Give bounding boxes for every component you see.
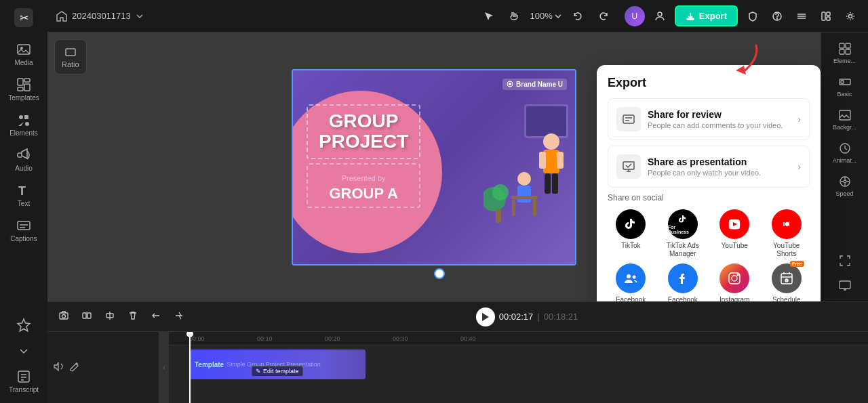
timeline-clip[interactable]: Template Simple Group Project Presentati… bbox=[189, 349, 366, 379]
cursor-tool-btn[interactable] bbox=[479, 6, 499, 26]
slide-canvas: Brand Name U GROUP PROJECT Presented by … bbox=[292, 69, 576, 266]
volume-btn[interactable] bbox=[53, 361, 64, 374]
svg-point-21 bbox=[658, 12, 662, 16]
slide-background: Brand Name U GROUP PROJECT Presented by … bbox=[293, 70, 575, 264]
social-ig-reels[interactable]: Instagram Reels bbox=[711, 263, 758, 301]
dropdown-chevron-icon bbox=[135, 12, 144, 21]
svg-rect-9 bbox=[24, 115, 28, 119]
clip-template-label: Template bbox=[195, 361, 224, 368]
share-review-title: Share for review bbox=[648, 109, 797, 120]
timeline-area: 00:02:17 | 00:18:21 ‹ 00: bbox=[47, 301, 868, 403]
schedule-icon: Free bbox=[772, 263, 802, 293]
help-btn[interactable] bbox=[768, 7, 787, 26]
share-social-title: Share on social bbox=[608, 193, 810, 203]
zoom-display[interactable]: 100% bbox=[530, 11, 562, 21]
social-fb-page[interactable]: Facebook Page bbox=[660, 263, 707, 301]
edit-template-btn[interactable]: ✎ Edit template bbox=[251, 366, 303, 377]
user-profile-btn[interactable] bbox=[650, 7, 669, 26]
sidebar-item-star[interactable] bbox=[3, 314, 44, 337]
youtube-icon bbox=[719, 209, 749, 239]
play-pause-btn[interactable] bbox=[476, 307, 495, 326]
redo-btn[interactable] bbox=[593, 6, 614, 26]
align-btn[interactable] bbox=[102, 307, 118, 326]
timeline-ruler: 00:00 00:10 00:20 00:30 00:40 bbox=[169, 332, 868, 345]
svg-rect-51 bbox=[840, 43, 844, 48]
svg-point-24 bbox=[777, 18, 778, 19]
social-tiktok-ads[interactable]: For Business TikTok Ads Manager bbox=[660, 209, 707, 258]
layout-btn[interactable] bbox=[816, 7, 835, 26]
svg-point-65 bbox=[633, 276, 636, 279]
share-presentation-desc: People can only watch your video. bbox=[648, 169, 797, 177]
svg-rect-62 bbox=[623, 115, 634, 123]
right-panel-elements[interactable]: Eleme... bbox=[825, 38, 865, 68]
right-panel-present[interactable] bbox=[825, 274, 865, 296]
rotate-handle[interactable] bbox=[434, 268, 445, 279]
collapse-timeline-btn[interactable]: ‹ bbox=[159, 332, 169, 403]
arrange-btn[interactable] bbox=[148, 307, 164, 326]
export-btn[interactable]: Export bbox=[675, 5, 738, 26]
undo-btn[interactable] bbox=[568, 6, 588, 26]
social-youtube[interactable]: YouTube bbox=[711, 209, 758, 258]
total-time: 00:18:21 bbox=[544, 312, 578, 322]
social-fb-group[interactable]: Facebook group bbox=[608, 263, 654, 301]
right-panel-animate[interactable]: Animat... bbox=[825, 137, 865, 168]
svg-rect-52 bbox=[846, 43, 850, 48]
yt-shorts-icon bbox=[772, 209, 802, 239]
social-schedule[interactable]: Free Schedule bbox=[764, 263, 810, 301]
sidebar-item-audio[interactable]: Audio bbox=[3, 144, 44, 176]
shield-icon-btn[interactable] bbox=[743, 7, 762, 26]
sidebar-label-elements: Elements bbox=[9, 129, 38, 137]
sidebar-item-text[interactable]: T Text bbox=[3, 179, 44, 211]
share-presentation-option[interactable]: Share as presentation People can only wa… bbox=[608, 146, 810, 188]
sidebar-item-templates[interactable]: Templates bbox=[3, 73, 44, 106]
playhead[interactable] bbox=[189, 332, 191, 403]
edit-clip-btn[interactable] bbox=[69, 361, 80, 374]
top-bar-right: U Export bbox=[625, 5, 860, 26]
sidebar-item-elements[interactable]: Elements bbox=[3, 108, 44, 141]
share-presentation-icon bbox=[616, 154, 641, 179]
project-name[interactable]: 202403011713 bbox=[56, 10, 144, 22]
sidebar-item-captions[interactable]: Captions bbox=[3, 214, 44, 247]
social-tiktok[interactable]: TikTok bbox=[608, 209, 654, 258]
social-yt-shorts[interactable]: YouTube Shorts bbox=[764, 209, 810, 258]
ruler-mark-1: 00:10 bbox=[257, 335, 273, 342]
right-panel-speed[interactable]: Speed bbox=[825, 171, 865, 201]
right-panel-elements-label: Eleme... bbox=[833, 58, 856, 64]
svg-point-49 bbox=[492, 184, 509, 200]
right-panel-background[interactable]: Backgr... bbox=[825, 104, 865, 135]
svg-point-73 bbox=[62, 315, 66, 318]
share-review-option[interactable]: Share for review People can add comments… bbox=[608, 98, 810, 140]
sidebar-chevron-down[interactable] bbox=[3, 339, 44, 362]
svg-point-31 bbox=[849, 14, 852, 18]
svg-rect-74 bbox=[83, 313, 86, 318]
split-btn[interactable] bbox=[79, 307, 95, 326]
svg-rect-4 bbox=[18, 79, 23, 85]
right-panel-fullscreen[interactable] bbox=[825, 250, 865, 272]
right-panel-basic[interactable]: Basic bbox=[825, 71, 865, 102]
tiktok-label: TikTok bbox=[621, 242, 641, 250]
svg-point-67 bbox=[732, 276, 737, 281]
ratio-btn[interactable]: Ratio bbox=[54, 39, 87, 75]
track-area: 00:00 00:10 00:20 00:30 00:40 Template S… bbox=[169, 332, 868, 403]
youtube-label: YouTube bbox=[722, 242, 748, 250]
svg-rect-32 bbox=[66, 49, 75, 56]
sidebar-label-text: Text bbox=[18, 200, 30, 207]
more-btn[interactable] bbox=[171, 307, 187, 326]
right-panel-background-label: Backgr... bbox=[833, 124, 856, 131]
hand-tool-btn[interactable] bbox=[505, 6, 525, 26]
sidebar-label-audio: Audio bbox=[15, 165, 33, 172]
right-panel-animate-label: Animat... bbox=[833, 157, 857, 164]
main-area: 202403011713 100% bbox=[47, 0, 868, 403]
right-panel: Eleme... Basic Backgr... Animat... Speed bbox=[821, 33, 868, 301]
svg-rect-40 bbox=[557, 152, 564, 169]
delete-btn[interactable] bbox=[125, 307, 141, 326]
sidebar-item-transcript[interactable]: Transcript bbox=[3, 365, 44, 398]
lines-btn[interactable] bbox=[792, 7, 811, 26]
svg-rect-28 bbox=[822, 12, 825, 20]
export-icon bbox=[686, 12, 695, 21]
sidebar-item-media[interactable]: Media bbox=[3, 38, 44, 70]
fb-page-icon bbox=[668, 263, 698, 293]
settings-btn[interactable] bbox=[841, 7, 860, 26]
svg-rect-42 bbox=[552, 173, 558, 194]
screenshot-btn[interactable] bbox=[56, 307, 72, 326]
